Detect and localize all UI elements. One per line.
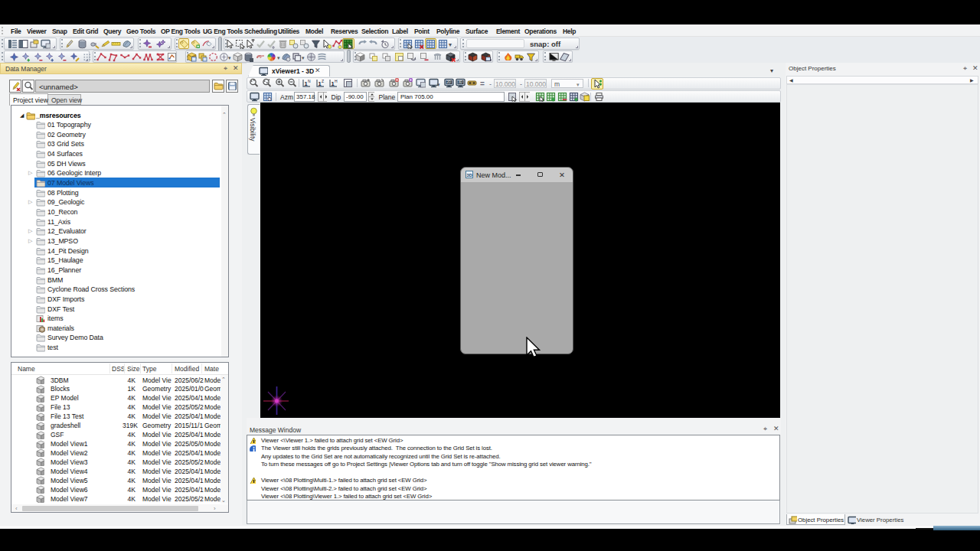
svg-text:3D: 3D <box>467 173 472 178</box>
svg-text:2D: 2D <box>446 80 452 84</box>
svg-text:Z: Z <box>322 79 324 83</box>
svg-text:H: H <box>335 79 338 83</box>
svg-text:N: N <box>308 79 311 83</box>
svg-text:3D: 3D <box>458 80 463 84</box>
